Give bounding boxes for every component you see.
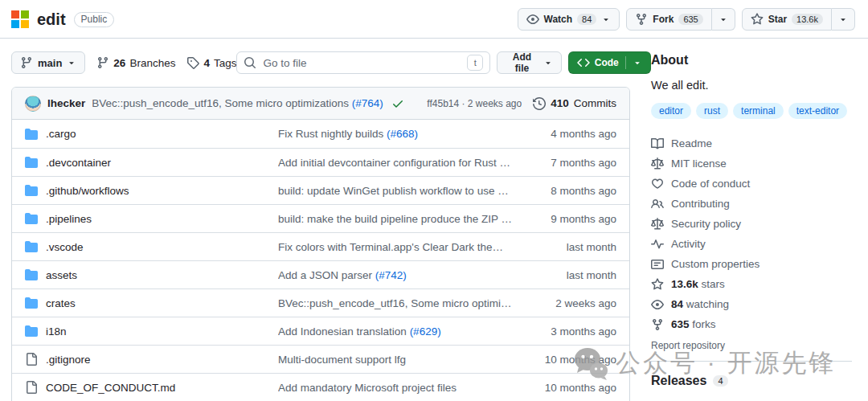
sidebar-item-mit-license[interactable]: MIT license xyxy=(651,153,852,174)
sidebar-item-stars[interactable]: 13.6k stars xyxy=(651,274,852,294)
check-icon[interactable] xyxy=(391,97,404,110)
pr-link[interactable]: (#742) xyxy=(375,269,407,281)
report-repository-link[interactable]: Report repository xyxy=(651,340,725,351)
fork-dropdown-button[interactable] xyxy=(712,8,735,31)
sidebar-item-custom-properties[interactable]: Custom properties xyxy=(651,254,852,274)
file-name-cell: CODE_OF_CONDUCT.md xyxy=(25,381,278,394)
file-table: lhecker BVec::push_encode_utf16, Some mi… xyxy=(11,87,630,401)
go-to-file-search[interactable]: t xyxy=(236,51,490,74)
file-name-link[interactable]: .gitignore xyxy=(46,354,91,366)
sidebar-item-code-of-conduct[interactable]: Code of conduct xyxy=(651,174,852,194)
commit-message-cell: Fix colors with Terminal.app's Clear Dar… xyxy=(278,241,522,253)
table-row[interactable]: .gitignoreMulti-document support lfg10 m… xyxy=(12,345,629,373)
topic-pill-text-editor[interactable]: text-editor xyxy=(788,103,847,119)
commit-hash-time[interactable]: ff45b14 · 2 weeks ago xyxy=(427,98,522,109)
add-file-button[interactable]: Add file xyxy=(497,51,562,74)
pr-link[interactable]: (#764) xyxy=(352,97,383,109)
commit-message-link[interactable]: Add mandatory Microsoft project files xyxy=(278,382,457,394)
table-row[interactable]: assetsAdd a JSON parser (#742)last month xyxy=(12,260,629,288)
commit-date: 4 months ago xyxy=(522,128,616,140)
table-row[interactable]: i18nAdd Indonesian translation (#629)3 m… xyxy=(12,317,629,345)
fork-label: Fork xyxy=(653,14,674,25)
file-name-cell: .vscode xyxy=(25,240,278,253)
commit-message-link[interactable]: Add initial devcontainer configuration f… xyxy=(278,157,522,169)
avatar[interactable] xyxy=(25,96,41,112)
branch-selector-button[interactable]: main xyxy=(11,51,85,74)
releases-count: 4 xyxy=(713,375,727,387)
releases-title: Releases xyxy=(651,374,706,388)
commit-message-link[interactable]: build: make the build pipeline produce t… xyxy=(278,213,512,225)
fork-button[interactable]: Fork 635 xyxy=(626,8,711,31)
file-name-link[interactable]: crates xyxy=(46,297,76,309)
commit-message-cell: Fix Rust nightly builds (#668) xyxy=(278,128,522,140)
sidebar-item-activity[interactable]: Activity xyxy=(651,234,852,254)
folder-icon xyxy=(25,297,38,309)
pr-link[interactable]: (#668) xyxy=(387,128,418,140)
commit-message-cell: Add initial devcontainer configuration f… xyxy=(278,157,522,169)
star-dropdown-button[interactable] xyxy=(832,8,855,31)
repo-name[interactable]: edit xyxy=(37,10,66,29)
commit-message-link[interactable]: Fix colors with Terminal.app's Clear Dar… xyxy=(278,241,510,253)
commit-message-link[interactable]: Fix Rust nightly builds xyxy=(278,128,387,140)
commit-message-link[interactable]: BVec::push_encode_utf16, Some micro opti… xyxy=(278,297,522,309)
folder-icon xyxy=(25,156,38,169)
law-icon xyxy=(651,158,664,170)
commit-date: last month xyxy=(522,269,616,281)
commit-message-link[interactable]: Multi-document support lfg xyxy=(278,354,406,366)
code-icon xyxy=(577,56,590,69)
commit-message-link[interactable]: Add Indonesian translation xyxy=(278,325,410,338)
watch-label: Watch xyxy=(544,14,573,25)
topic-pill-terminal[interactable]: terminal xyxy=(733,103,784,119)
sidebar-item-watching[interactable]: 84 watching xyxy=(651,294,852,314)
table-row[interactable]: .pipelinesbuild: make the build pipeline… xyxy=(12,204,629,232)
git-branch-icon xyxy=(20,56,33,69)
file-name-cell: .gitignore xyxy=(25,353,278,366)
commit-date: 3 months ago xyxy=(522,325,616,338)
table-row[interactable]: cratesBVec::push_encode_utf16, Some micr… xyxy=(12,288,629,317)
file-name-link[interactable]: CODE_OF_CONDUCT.md xyxy=(46,382,175,394)
table-row[interactable]: .cargoFix Rust nightly builds (#668)4 mo… xyxy=(12,120,629,148)
sidebar-item-security-policy[interactable]: Security policy xyxy=(651,214,852,234)
star-label: Star xyxy=(768,14,787,25)
eye-icon xyxy=(526,13,539,26)
watch-button[interactable]: Watch 84 xyxy=(518,8,620,31)
table-row[interactable]: CODE_OF_CONDUCT.mdAdd mandatory Microsof… xyxy=(12,373,629,401)
file-name-link[interactable]: .pipelines xyxy=(46,213,92,225)
branches-link[interactable]: 26 Branches xyxy=(96,56,175,69)
file-name-link[interactable]: assets xyxy=(46,269,77,281)
table-row[interactable]: .vscodeFix colors with Terminal.app's Cl… xyxy=(12,232,629,260)
history-icon xyxy=(533,97,546,110)
chevron-down-icon xyxy=(543,58,553,68)
table-row[interactable]: .github/workflowsbuild: update WinGet pu… xyxy=(12,176,629,204)
tags-link[interactable]: 4 Tags xyxy=(186,56,236,69)
branches-label: Branches xyxy=(129,57,175,69)
topic-pill-rust[interactable]: rust xyxy=(696,103,728,119)
about-title: About xyxy=(651,53,852,68)
search-icon xyxy=(244,56,256,69)
sidebar-item-contributing[interactable]: Contributing xyxy=(651,194,852,214)
pr-link[interactable]: (#728) xyxy=(510,241,522,253)
file-name-link[interactable]: .devcontainer xyxy=(46,157,111,169)
releases-heading[interactable]: Releases 4 xyxy=(651,374,852,388)
go-to-file-input[interactable] xyxy=(263,57,461,69)
file-name-link[interactable]: .vscode xyxy=(46,241,84,253)
pr-link[interactable]: (#629) xyxy=(410,325,441,338)
commit-history-link[interactable]: 410 Commits xyxy=(533,97,616,110)
commit-author-link[interactable]: lhecker xyxy=(47,97,85,109)
activity-icon xyxy=(651,238,664,251)
sidebar-divider xyxy=(651,361,852,362)
file-name-link[interactable]: .cargo xyxy=(46,128,76,140)
branches-count: 26 xyxy=(113,57,125,69)
star-button[interactable]: Star 13.6k xyxy=(742,8,832,31)
folder-icon xyxy=(25,325,38,338)
table-row[interactable]: .devcontainerAdd initial devcontainer co… xyxy=(12,148,629,176)
commit-message-link[interactable]: Add a JSON parser xyxy=(278,269,375,281)
file-name-link[interactable]: .github/workflows xyxy=(46,185,129,197)
current-branch-label: main xyxy=(38,57,62,69)
topic-pill-editor[interactable]: editor xyxy=(651,103,691,119)
commit-message-link[interactable]: build: update WinGet publish workflow to… xyxy=(278,185,522,197)
sidebar-item-readme[interactable]: Readme xyxy=(651,133,852,153)
code-button[interactable]: Code xyxy=(568,51,651,74)
sidebar-item-forks[interactable]: 635 forks xyxy=(651,314,852,334)
file-name-link[interactable]: i18n xyxy=(46,325,67,338)
